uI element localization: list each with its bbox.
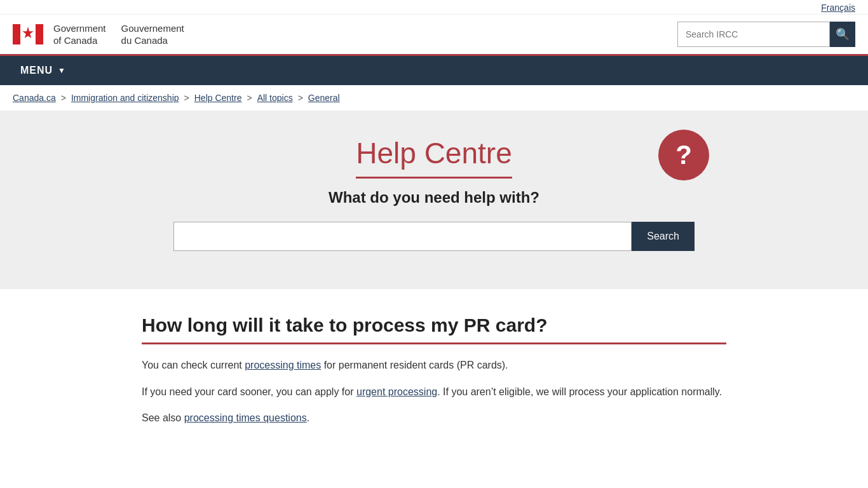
svg-rect-1 (36, 24, 43, 44)
breadcrumb-sep-3: > (247, 93, 252, 103)
hero-search-button[interactable]: Search (632, 222, 695, 251)
urgent-processing-link[interactable]: urgent processing (356, 386, 437, 397)
language-bar: Français (0, 0, 868, 15)
francais-link[interactable]: Français (821, 3, 855, 13)
gov-name-en-line1: Government (53, 22, 106, 35)
breadcrumb-help-centre[interactable]: Help Centre (194, 93, 242, 103)
breadcrumb-all-topics[interactable]: All topics (257, 93, 293, 103)
hero-content: Help Centre What do you need help with? … (173, 136, 695, 251)
hero-search-input[interactable] (173, 222, 632, 251)
gov-name-english: Government of Canada (53, 22, 106, 47)
para2-text-after: . If you aren’t eligible, we will proces… (437, 386, 722, 397)
para3-text-before: See also (142, 412, 184, 423)
breadcrumb-canada[interactable]: Canada.ca (13, 93, 56, 103)
search-button[interactable]: 🔍 (830, 22, 855, 47)
gov-name-french: Gouvernement du Canada (121, 22, 184, 47)
site-header: Government of Canada Gouvernement du Can… (0, 15, 868, 56)
search-icon: 🔍 (836, 27, 850, 41)
search-input[interactable] (677, 22, 830, 47)
breadcrumb: Canada.ca > Immigration and citizenship … (0, 85, 868, 111)
menu-label: MENU (20, 65, 53, 76)
article-para-2: If you need your card sooner, you can ap… (142, 384, 726, 400)
hero-section: ? Help Centre What do you need help with… (0, 111, 868, 289)
breadcrumb-general[interactable]: General (308, 93, 340, 103)
svg-rect-0 (13, 24, 20, 44)
gov-name-en-line2: of Canada (53, 34, 106, 47)
hero-search-row: Search (173, 222, 695, 251)
canada-flag-icon (13, 21, 43, 48)
article-para-1: You can check current processing times f… (142, 357, 726, 374)
para3-text-after: . (307, 412, 309, 423)
menu-chevron-icon: ▼ (58, 66, 66, 75)
breadcrumb-immigration[interactable]: Immigration and citizenship (71, 93, 179, 103)
processing-times-link[interactable]: processing times (245, 360, 321, 370)
breadcrumb-sep-4: > (298, 93, 303, 103)
header-search-area: 🔍 (677, 22, 855, 47)
hero-subtitle: What do you need help with? (173, 189, 695, 207)
para2-text-before: If you need your card sooner, you can ap… (142, 386, 356, 397)
menu-button[interactable]: MENU ▼ (10, 56, 76, 85)
help-centre-title: Help Centre (356, 136, 512, 179)
logo-area: Government of Canada Gouvernement du Can… (13, 21, 184, 48)
para1-text-before: You can check current (142, 360, 245, 370)
article-para-3: See also processing times questions. (142, 410, 726, 426)
breadcrumb-sep-2: > (184, 93, 189, 103)
breadcrumb-sep-1: > (61, 93, 66, 103)
para1-text-after: for permanent resident cards (PR cards). (321, 360, 508, 370)
main-content: How long will it take to process my PR c… (129, 289, 739, 462)
gov-name-fr-line1: Gouvernement (121, 22, 184, 35)
processing-times-questions-link[interactable]: processing times questions (184, 412, 307, 423)
gov-name-fr-line2: du Canada (121, 34, 184, 47)
article-title: How long will it take to process my PR c… (142, 315, 726, 344)
government-name: Government of Canada Gouvernement du Can… (53, 22, 184, 47)
main-nav: MENU ▼ (0, 56, 868, 85)
